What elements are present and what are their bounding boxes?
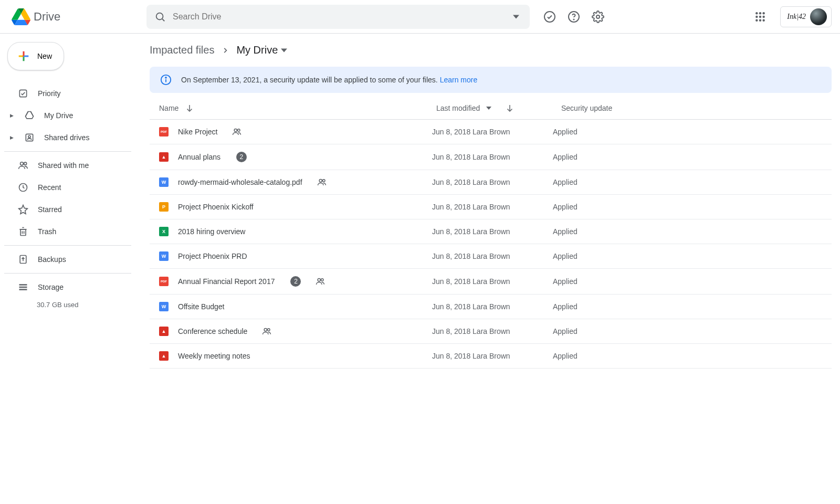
count-badge: 2 bbox=[290, 276, 301, 287]
security-status-cell: Applied bbox=[553, 153, 832, 161]
search-bar[interactable] bbox=[146, 5, 530, 29]
file-name: Conference schedule bbox=[178, 327, 247, 335]
table-row[interactable]: ▲Conference scheduleJun 8, 2018 Lara Bro… bbox=[150, 319, 832, 344]
security-status-cell: Applied bbox=[553, 227, 832, 236]
modified-cell: Jun 8, 2018 Lara Brown bbox=[432, 327, 553, 335]
shared-icon bbox=[262, 327, 271, 336]
svg-point-6 bbox=[755, 12, 758, 14]
sort-arrow-down-icon[interactable] bbox=[185, 103, 194, 113]
security-status-cell: Applied bbox=[553, 178, 832, 186]
svg-point-28 bbox=[165, 77, 166, 78]
svg-point-19 bbox=[24, 162, 27, 165]
svg-point-33 bbox=[319, 179, 322, 182]
column-name[interactable]: Name bbox=[159, 103, 432, 113]
svg-rect-21 bbox=[20, 229, 26, 236]
svg-point-35 bbox=[318, 278, 321, 281]
file-name-cell: PProject Phoenix Kickoff bbox=[159, 202, 432, 212]
file-name: Annual plans bbox=[178, 153, 220, 161]
banner-learn-more-link[interactable]: Learn more bbox=[440, 76, 478, 84]
shared-icon bbox=[316, 277, 325, 286]
security-status-cell: Applied bbox=[553, 203, 832, 211]
sidebar-item-shared-drives[interactable]: ▶ Shared drives bbox=[4, 127, 131, 148]
apps-grid-icon[interactable] bbox=[754, 10, 766, 23]
modified-cell: Jun 8, 2018 Lara Brown bbox=[432, 178, 553, 186]
account-chip[interactable]: Ink|42 bbox=[780, 6, 832, 27]
svg-point-2 bbox=[544, 12, 555, 22]
chevron-right-icon bbox=[222, 47, 229, 54]
file-name: rowdy-mermaid-wholesale-catalog.pdf bbox=[178, 178, 302, 186]
sidebar-item-shared-with-me[interactable]: Shared with me bbox=[4, 155, 131, 176]
column-name-label: Name bbox=[159, 104, 178, 112]
sidebar-item-storage[interactable]: Storage bbox=[4, 277, 131, 298]
new-button-label: New bbox=[37, 52, 52, 60]
modified-cell: Jun 8, 2018 Lara Brown bbox=[432, 203, 553, 211]
sidebar-item-label: Trash bbox=[38, 227, 56, 236]
header-actions bbox=[543, 10, 604, 23]
drive-icon bbox=[24, 110, 35, 121]
file-name-cell: Wrowdy-mermaid-wholesale-catalog.pdf bbox=[159, 177, 432, 187]
svg-point-5 bbox=[596, 15, 600, 18]
svg-rect-23 bbox=[19, 284, 27, 286]
search-input[interactable] bbox=[173, 12, 510, 22]
search-options-dropdown-icon[interactable] bbox=[510, 10, 522, 23]
column-modified[interactable]: Last modified bbox=[436, 103, 557, 113]
settings-gear-icon[interactable] bbox=[592, 10, 604, 23]
count-badge: 2 bbox=[236, 152, 247, 162]
modified-cell: Jun 8, 2018 Lara Brown bbox=[432, 153, 553, 161]
table-row[interactable]: X2018 hiring overviewJun 8, 2018 Lara Br… bbox=[150, 219, 832, 244]
sidebar-item-trash[interactable]: Trash bbox=[4, 221, 131, 242]
chevron-down-icon[interactable] bbox=[486, 106, 491, 111]
table-row[interactable]: PDFNike ProjectJun 8, 2018 Lara BrownApp… bbox=[150, 120, 832, 144]
file-name: Weekly meeting notes bbox=[178, 352, 250, 360]
svg-point-17 bbox=[28, 135, 30, 138]
svg-point-36 bbox=[321, 279, 324, 281]
banner-text: On September 13, 2021, a security update… bbox=[181, 76, 477, 84]
info-icon bbox=[160, 74, 172, 86]
chevron-down-icon[interactable] bbox=[281, 47, 287, 54]
table-row[interactable]: WOffsite BudgetJun 8, 2018 Lara BrownApp… bbox=[150, 295, 832, 319]
sidebar-item-label: Starred bbox=[38, 205, 62, 214]
table-row[interactable]: PProject Phoenix KickoffJun 8, 2018 Lara… bbox=[150, 195, 832, 219]
table-row[interactable]: ▲Weekly meeting notesJun 8, 2018 Lara Br… bbox=[150, 344, 832, 369]
sort-arrow-down-icon[interactable] bbox=[505, 103, 514, 113]
breadcrumb-root[interactable]: Impacted files bbox=[150, 44, 214, 56]
offline-ready-icon[interactable] bbox=[543, 10, 556, 23]
file-name-cell: X2018 hiring overview bbox=[159, 227, 432, 236]
sidebar-item-label: Shared drives bbox=[44, 133, 89, 142]
product-name: Drive bbox=[34, 10, 60, 24]
file-name-cell: ▲Annual plans2 bbox=[159, 152, 432, 162]
svg-point-9 bbox=[755, 15, 758, 17]
sidebar-item-backups[interactable]: Backups bbox=[4, 249, 131, 270]
file-name-cell: PDFNike Project bbox=[159, 127, 432, 136]
file-name-cell: ▲Conference schedule bbox=[159, 327, 432, 336]
table-row[interactable]: Wrowdy-mermaid-wholesale-catalog.pdfJun … bbox=[150, 170, 832, 195]
sidebar-item-starred[interactable]: Starred bbox=[4, 199, 131, 220]
sidebar-item-recent[interactable]: Recent bbox=[4, 177, 131, 198]
modified-cell: Jun 8, 2018 Lara Brown bbox=[432, 252, 553, 260]
img-file-icon: ▲ bbox=[159, 152, 169, 162]
file-name: Offsite Budget bbox=[178, 302, 224, 311]
svg-point-4 bbox=[573, 19, 574, 19]
table-row[interactable]: ▲Annual plans2Jun 8, 2018 Lara BrownAppl… bbox=[150, 144, 832, 170]
sidebar-item-label: Recent bbox=[38, 183, 61, 192]
product-logo[interactable]: Drive bbox=[8, 8, 142, 25]
search-icon[interactable] bbox=[154, 10, 166, 23]
pdf-file-icon: PDF bbox=[159, 127, 169, 136]
expand-icon[interactable]: ▶ bbox=[8, 113, 15, 118]
sidebar-item-label: Priority bbox=[38, 89, 61, 98]
breadcrumb-current[interactable]: My Drive bbox=[236, 44, 287, 56]
table-row[interactable]: PDFAnnual Financial Report 20172Jun 8, 2… bbox=[150, 269, 832, 295]
table-row[interactable]: WProject Phoenix PRDJun 8, 2018 Lara Bro… bbox=[150, 244, 832, 269]
breadcrumb: Impacted files My Drive bbox=[150, 44, 832, 56]
img-file-icon: ▲ bbox=[159, 351, 169, 361]
modified-cell: Jun 8, 2018 Lara Brown bbox=[432, 128, 553, 136]
doc-file-icon: W bbox=[159, 251, 169, 261]
new-button[interactable]: New bbox=[7, 42, 64, 70]
main-content: Impacted files My Drive On September 13,… bbox=[136, 34, 840, 369]
pdf-file-icon: PDF bbox=[159, 277, 169, 286]
expand-icon[interactable]: ▶ bbox=[8, 135, 15, 140]
help-icon[interactable] bbox=[568, 10, 580, 23]
column-security[interactable]: Security update bbox=[561, 104, 832, 112]
sidebar-item-priority[interactable]: Priority bbox=[4, 83, 131, 104]
sidebar-item-my-drive[interactable]: ▶ My Drive bbox=[4, 105, 131, 126]
